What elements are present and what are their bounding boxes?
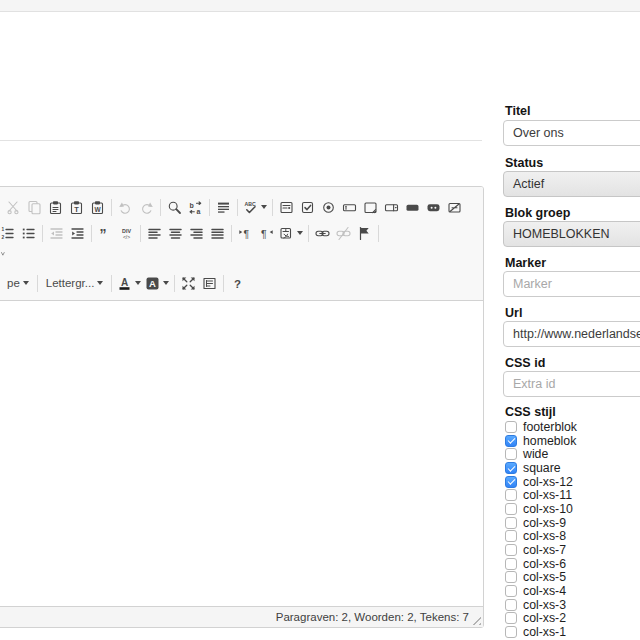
- checkbox-unchecked[interactable]: [505, 558, 517, 570]
- font-size-combo-label: Lettergr...: [46, 277, 95, 289]
- form-button[interactable]: [276, 196, 297, 218]
- url-input[interactable]: [503, 321, 640, 347]
- checkbox-label: col-xs-4: [523, 584, 566, 598]
- paste-text-button[interactable]: T: [66, 196, 87, 218]
- align-justify-button[interactable]: [207, 222, 228, 244]
- checkbox-label: col-xs-12: [523, 475, 573, 489]
- link-button[interactable]: [312, 222, 333, 244]
- css-stijl-option-footerblok[interactable]: footerblok: [505, 420, 640, 434]
- css-id-label: CSS id: [505, 356, 545, 370]
- checkbox-unchecked[interactable]: [505, 612, 517, 624]
- outdent-icon: [49, 226, 64, 241]
- text-color-button[interactable]: A: [115, 272, 143, 294]
- css-stijl-option-col-xs-8[interactable]: col-xs-8: [505, 530, 640, 544]
- checkbox-checked[interactable]: [505, 476, 517, 488]
- checkbox-unchecked[interactable]: [505, 421, 517, 433]
- show-blocks-button[interactable]: [199, 272, 220, 294]
- find-button[interactable]: [164, 196, 185, 218]
- radio-button[interactable]: [318, 196, 339, 218]
- checkbox-checked[interactable]: [505, 462, 517, 474]
- anchor-button[interactable]: [354, 222, 375, 244]
- checkbox-unchecked[interactable]: [505, 544, 517, 556]
- svg-text:¶: ¶: [244, 227, 250, 239]
- svg-text:ABC: ABC: [245, 201, 256, 207]
- css-stijl-option-col-xs-3[interactable]: col-xs-3: [505, 598, 640, 612]
- font-size-combo[interactable]: Lettergr...: [41, 275, 109, 291]
- paste-icon: [48, 200, 63, 215]
- css-stijl-option-col-xs-11[interactable]: col-xs-11: [505, 488, 640, 502]
- titel-input[interactable]: [503, 120, 640, 146]
- bidi-rtl-button[interactable]: ¶: [256, 222, 277, 244]
- maximize-button[interactable]: [178, 272, 199, 294]
- textarea-button[interactable]: [360, 196, 381, 218]
- marker-input[interactable]: [503, 271, 640, 297]
- svg-text:1: 1: [2, 227, 5, 232]
- css-id-input[interactable]: [503, 371, 640, 397]
- css-stijl-option-col-xs-6[interactable]: col-xs-6: [505, 557, 640, 571]
- status-select[interactable]: Actief: [503, 171, 640, 197]
- button-button[interactable]: [402, 196, 423, 218]
- checkbox-unchecked[interactable]: [505, 448, 517, 460]
- checkbox-unchecked[interactable]: [505, 599, 517, 611]
- undo-icon: [118, 200, 133, 215]
- checkbox-button[interactable]: [297, 196, 318, 218]
- language-button[interactable]: [277, 222, 305, 244]
- css-stijl-option-col-xs-1[interactable]: col-xs-1: [505, 625, 640, 639]
- font-combo[interactable]: pe: [2, 275, 34, 291]
- toolbar-separator: [308, 225, 309, 242]
- css-stijl-option-col-xs-12[interactable]: col-xs-12: [505, 475, 640, 489]
- checkbox-unchecked[interactable]: [505, 585, 517, 597]
- blok-groep-select[interactable]: HOMEBLOKKEN: [503, 221, 640, 247]
- align-center-button[interactable]: [165, 222, 186, 244]
- checkbox-unchecked[interactable]: [505, 489, 517, 501]
- bg-color-button[interactable]: A: [143, 272, 171, 294]
- spellcheck-button[interactable]: ABC: [241, 196, 269, 218]
- div-container-button[interactable]: DIV</>: [116, 222, 137, 244]
- image-button-button[interactable]: [423, 196, 444, 218]
- window-top-bar: [0, 0, 640, 12]
- css-stijl-option-wide[interactable]: wide: [505, 447, 640, 461]
- select-all-button[interactable]: [213, 196, 234, 218]
- bidi-ltr-button[interactable]: ¶: [235, 222, 256, 244]
- checkbox-unchecked[interactable]: [505, 530, 517, 542]
- toolbar-separator: [174, 275, 175, 292]
- align-right-button[interactable]: [186, 222, 207, 244]
- text-field-button[interactable]: [339, 196, 360, 218]
- bg-color-icon: A: [145, 276, 160, 291]
- editor-content[interactable]: [0, 301, 483, 606]
- hidden-field-button[interactable]: [444, 196, 465, 218]
- checkbox-unchecked[interactable]: [505, 571, 517, 583]
- css-stijl-option-col-xs-9[interactable]: col-xs-9: [505, 516, 640, 530]
- checkbox-unchecked[interactable]: [505, 517, 517, 529]
- svg-text:</>: </>: [123, 234, 130, 240]
- svg-text:2: 2: [2, 235, 5, 240]
- blok-groep-label: Blok groep: [505, 206, 570, 220]
- blockquote-button[interactable]: ”: [95, 222, 116, 244]
- cut-button: [3, 196, 24, 218]
- css-stijl-label: CSS stijl: [505, 405, 556, 419]
- paste-word-button[interactable]: W: [87, 196, 108, 218]
- radio-icon: [321, 200, 336, 215]
- checkbox-checked[interactable]: [505, 435, 517, 447]
- numbered-list-button[interactable]: 12: [0, 222, 18, 244]
- css-stijl-option-col-xs-5[interactable]: col-xs-5: [505, 571, 640, 585]
- select-field-icon: [384, 200, 399, 215]
- paste-button[interactable]: [45, 196, 66, 218]
- resize-handle[interactable]: [471, 615, 481, 625]
- css-stijl-option-col-xs-7[interactable]: col-xs-7: [505, 543, 640, 557]
- css-stijl-option-homeblok[interactable]: homeblok: [505, 434, 640, 448]
- css-stijl-option-col-xs-2[interactable]: col-xs-2: [505, 612, 640, 626]
- checkbox-unchecked[interactable]: [505, 503, 517, 515]
- checkbox-label: col-xs-2: [523, 611, 566, 625]
- replace-button[interactable]: ba: [185, 196, 206, 218]
- checkbox-unchecked[interactable]: [505, 626, 517, 638]
- select-field-button[interactable]: [381, 196, 402, 218]
- bulleted-list-button[interactable]: [18, 222, 39, 244]
- align-left-button[interactable]: [144, 222, 165, 244]
- css-stijl-option-col-xs-4[interactable]: col-xs-4: [505, 584, 640, 598]
- indent-button[interactable]: [67, 222, 88, 244]
- css-stijl-option-col-xs-10[interactable]: col-xs-10: [505, 502, 640, 516]
- css-stijl-option-square[interactable]: square: [505, 461, 640, 475]
- chevron-down-icon: [23, 281, 29, 285]
- about-button[interactable]: ?: [227, 272, 248, 294]
